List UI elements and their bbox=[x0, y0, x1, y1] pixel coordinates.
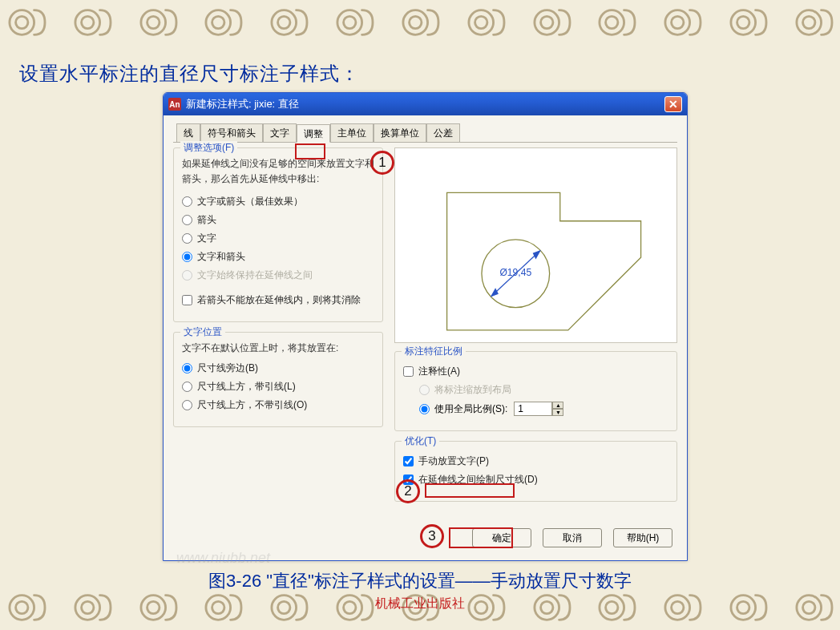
legend-fit: 调整选项(F) bbox=[180, 141, 237, 155]
fieldset-text-placement: 文字位置 文字不在默认位置上时，将其放置在: 尺寸线旁边(B)尺寸线上方，带引线… bbox=[173, 332, 383, 426]
draw-dim-line-checkbox[interactable] bbox=[403, 475, 414, 485]
ornament-icon bbox=[593, 4, 640, 41]
ornament-icon bbox=[69, 4, 115, 41]
fieldset-scale: 标注特征比例 注释性(A) 将标注缩放到布局 使用全局比例(S): bbox=[394, 351, 677, 431]
text-placement-label-1: 尺寸线上方，带引线(L) bbox=[197, 380, 296, 394]
help-button[interactable]: 帮助(H) bbox=[613, 528, 672, 547]
ok-button[interactable]: 确定 bbox=[472, 528, 531, 547]
tab-strip: 线符号和箭头文字调整主单位换算单位公差 bbox=[173, 123, 677, 143]
fit-radio-3[interactable] bbox=[182, 252, 192, 262]
cancel-button[interactable]: 取消 bbox=[543, 528, 602, 547]
ornament-icon bbox=[659, 4, 705, 41]
fit-radio-row-3[interactable]: 文字和箭头 bbox=[182, 250, 374, 264]
fit-radio-label-2: 文字 bbox=[197, 232, 216, 245]
dialog-body: 线符号和箭头文字调整主单位换算单位公差 调整选项(F) 如果延伸线之间没有足够的… bbox=[164, 115, 687, 560]
text-placement-label-2: 尺寸线上方，不带引线(O) bbox=[197, 398, 307, 412]
text-placement-row-2[interactable]: 尺寸线上方，不带引线(O) bbox=[182, 398, 374, 412]
red-marker-3: 3 bbox=[420, 524, 444, 548]
ornament-icon bbox=[331, 4, 378, 41]
annotative-label: 注释性(A) bbox=[418, 365, 460, 378]
global-scale-spinner[interactable]: ▲ ▼ bbox=[514, 402, 563, 416]
text-placement-row-0[interactable]: 尺寸线旁边(B) bbox=[182, 361, 374, 375]
page-title: 设置水平标注的直径尺寸标注子样式： bbox=[19, 61, 360, 87]
spin-down-icon[interactable]: ▼ bbox=[552, 409, 563, 416]
ornament-icon bbox=[528, 4, 575, 41]
fit-radio-row-1[interactable]: 箭头 bbox=[182, 213, 374, 227]
tab-1[interactable]: 符号和箭头 bbox=[200, 123, 263, 142]
preview-dim-text: Ø19,45 bbox=[499, 267, 531, 278]
close-button[interactable]: ✕ bbox=[664, 96, 682, 112]
svg-marker-3 bbox=[533, 251, 539, 258]
scale-to-layout-radio[interactable] bbox=[419, 385, 430, 395]
text-placement-row-1[interactable]: 尺寸线上方，带引线(L) bbox=[182, 380, 374, 394]
fit-radio-group: 文字或箭头（最佳效果）箭头文字文字和箭头文字始终保持在延伸线之间 bbox=[182, 195, 374, 282]
fit-radio-row-4: 文字始终保持在延伸线之间 bbox=[182, 269, 374, 282]
tab-5[interactable]: 换算单位 bbox=[374, 123, 426, 142]
dialog-new-dim-style: An 新建标注样式: jixie: 直径 ✕ 线符号和箭头文字调整主单位换算单位… bbox=[163, 92, 688, 561]
legend-optimize: 优化(T) bbox=[402, 434, 439, 448]
spin-up-icon[interactable]: ▲ bbox=[552, 402, 563, 409]
titlebar: An 新建标注样式: jixie: 直径 ✕ bbox=[164, 93, 687, 115]
text-placement-radio-1[interactable] bbox=[182, 382, 192, 392]
publisher: 机械工业出版社 bbox=[0, 596, 840, 612]
fit-radio-label-1: 箭头 bbox=[197, 213, 216, 227]
dialog-title: 新建标注样式: jixie: 直径 bbox=[186, 97, 664, 111]
text-placement-description: 文字不在默认位置上时，将其放置在: bbox=[182, 341, 374, 356]
legend-text-placement: 文字位置 bbox=[180, 325, 225, 339]
fit-radio-row-2[interactable]: 文字 bbox=[182, 232, 374, 245]
manual-text-check[interactable]: 手动放置文字(P) bbox=[403, 454, 668, 468]
ornament-icon bbox=[790, 4, 837, 41]
fit-radio-label-3: 文字和箭头 bbox=[197, 250, 245, 264]
ornament-icon bbox=[135, 4, 181, 41]
ornament-icon bbox=[725, 4, 771, 41]
fit-radio-label-0: 文字或箭头（最佳效果） bbox=[197, 195, 303, 208]
global-scale-radio[interactable] bbox=[419, 404, 430, 414]
annotative-checkbox[interactable] bbox=[403, 366, 414, 377]
dialog-buttons: 确定 取消 帮助(H) bbox=[472, 528, 672, 547]
ornament-icon bbox=[265, 4, 312, 41]
tab-2[interactable]: 文字 bbox=[263, 123, 297, 142]
manual-text-checkbox[interactable] bbox=[403, 456, 414, 466]
fit-radio-label-4: 文字始终保持在延伸线之间 bbox=[197, 269, 313, 282]
global-scale-row[interactable]: 使用全局比例(S): ▲ ▼ bbox=[419, 402, 668, 416]
annotative-check[interactable]: 注释性(A) bbox=[403, 365, 668, 378]
figure-caption: 图3-26 "直径"标注子样式的设置——手动放置尺寸数字 bbox=[0, 569, 840, 593]
app-icon: An bbox=[168, 98, 181, 111]
tab-0[interactable]: 线 bbox=[176, 123, 200, 142]
suppress-arrows-check[interactable]: 若箭头不能放在延伸线内，则将其消除 bbox=[182, 293, 374, 307]
fit-radio-row-0[interactable]: 文字或箭头（最佳效果） bbox=[182, 195, 374, 208]
fit-radio-1[interactable] bbox=[182, 215, 192, 225]
fit-radio-4 bbox=[182, 270, 192, 281]
text-placement-radio-group: 尺寸线旁边(B)尺寸线上方，带引线(L)尺寸线上方，不带引线(O) bbox=[182, 361, 374, 412]
legend-scale: 标注特征比例 bbox=[402, 345, 466, 358]
text-placement-radio-0[interactable] bbox=[182, 363, 192, 374]
ornament-icon bbox=[397, 4, 443, 41]
scale-to-layout-label: 将标注缩放到布局 bbox=[434, 383, 511, 397]
ornament-icon bbox=[200, 4, 246, 41]
global-scale-input[interactable] bbox=[514, 402, 552, 416]
text-placement-label-0: 尺寸线旁边(B) bbox=[197, 361, 258, 375]
ornament-icon bbox=[3, 4, 50, 41]
preview-pane: Ø19,45 bbox=[394, 147, 677, 343]
fieldset-fit-options: 调整选项(F) 如果延伸线之间没有足够的空间来放置文字和箭头，那么首先从延伸线中… bbox=[173, 147, 383, 322]
fit-description: 如果延伸线之间没有足够的空间来放置文字和箭头，那么首先从延伸线中移出: bbox=[182, 156, 374, 187]
fit-radio-0[interactable] bbox=[182, 196, 192, 207]
ornament-icon bbox=[462, 4, 509, 41]
global-scale-label: 使用全局比例(S): bbox=[434, 402, 507, 416]
draw-dim-line-check[interactable]: 在延伸线之间绘制尺寸线(D) bbox=[403, 473, 668, 487]
tab-3[interactable]: 调整 bbox=[297, 124, 330, 143]
manual-text-label: 手动放置文字(P) bbox=[418, 454, 489, 468]
ornament-top bbox=[0, 0, 840, 45]
text-placement-radio-2[interactable] bbox=[182, 400, 192, 410]
tab-4[interactable]: 主单位 bbox=[330, 123, 374, 142]
tab-6[interactable]: 公差 bbox=[426, 123, 460, 142]
scale-to-layout-row[interactable]: 将标注缩放到布局 bbox=[419, 383, 668, 397]
svg-marker-2 bbox=[491, 289, 498, 296]
fieldset-optimize: 优化(T) 手动放置文字(P) 在延伸线之间绘制尺寸线(D) bbox=[394, 441, 677, 502]
suppress-arrows-label: 若箭头不能放在延伸线内，则将其消除 bbox=[197, 293, 361, 307]
suppress-arrows-checkbox[interactable] bbox=[182, 295, 192, 305]
draw-dim-line-label: 在延伸线之间绘制尺寸线(D) bbox=[418, 473, 538, 487]
fit-radio-2[interactable] bbox=[182, 233, 192, 244]
